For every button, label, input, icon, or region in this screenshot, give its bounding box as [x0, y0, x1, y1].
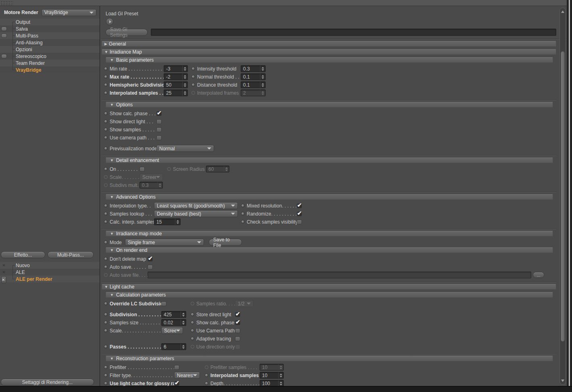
arrow-up-icon [159, 183, 161, 185]
sidebar-item-output[interactable]: Output [0, 19, 100, 25]
section-header-irradiance-map[interactable]: ▼Irradiance Map [102, 49, 556, 55]
randomize-checkbox[interactable]: ✔ [297, 212, 302, 216]
sidebar-item-multi-pass[interactable]: Multi-Pass [0, 32, 100, 39]
scale-select[interactable]: Screen [161, 327, 183, 334]
scrollbar[interactable] [560, 8, 566, 385]
section-divider [102, 192, 556, 193]
subsection-header-advanced-options[interactable]: ▼Advanced Options [106, 194, 553, 200]
show-direct-light-checkbox[interactable] [156, 119, 162, 124]
section-header-light-cache[interactable]: ▼Light cache [102, 284, 556, 290]
spinner-arrows-icon[interactable] [260, 74, 265, 80]
effect-item-ale[interactable]: ✕ALE [0, 269, 100, 276]
max-rate-spinner[interactable]: -2 [164, 73, 188, 80]
enable-toggle[interactable] [1, 33, 7, 38]
show-calc-phase-label: Show calc. phase . . . [110, 111, 156, 116]
intensity-threshold-spinner[interactable]: 0.3 [241, 65, 266, 72]
section-header-general[interactable]: ▶General [102, 41, 556, 47]
subsection-advanced-options: ▼Advanced OptionsInterpolation type. .Le… [102, 194, 558, 227]
mode-select[interactable]: Single frame [125, 239, 204, 246]
don-t-delete-map-checkbox[interactable]: ✔ [148, 257, 153, 261]
spinner-arrows-icon[interactable] [181, 344, 186, 350]
subsection-header-basic-parameters[interactable]: ▼Basic parameters [106, 57, 553, 63]
sidebar-item-salva[interactable]: Salva [0, 25, 100, 32]
gi-preset-menu-button[interactable] [106, 18, 113, 25]
interpolated-samples-spinner[interactable]: 25 [164, 89, 188, 96]
scrollbar-thumb[interactable] [561, 51, 565, 342]
panel-grip-icon[interactable] [1, 1, 13, 5]
scroll-up-button[interactable] [560, 9, 566, 15]
sidebar-item-team-render[interactable]: Team Render [0, 60, 100, 66]
distance-threshold-spinner[interactable]: 0.1 [241, 81, 266, 88]
sidebar-item-label: Salva [16, 26, 28, 32]
subsection-header-calculation-parameters[interactable]: ▼Calculation parameters [106, 292, 553, 298]
use-camera-path-checkbox[interactable] [156, 135, 162, 140]
spinner-arrows-icon[interactable] [182, 66, 187, 72]
check-samples-visibility-checkbox[interactable] [297, 220, 302, 224]
on-checkbox[interactable] [139, 167, 145, 172]
effect-item-nuovo[interactable]: ✕Nuovo [0, 262, 100, 269]
spinner-arrows-icon[interactable] [175, 219, 180, 225]
scroll-down-button[interactable] [560, 378, 566, 384]
spinner-arrows-icon[interactable] [181, 319, 186, 326]
show-calc-phase-checkbox[interactable]: ✔ [235, 320, 240, 325]
chevron-down-icon [156, 176, 160, 178]
interpolation-type-select[interactable]: Least squares fit (good/smooth) [154, 202, 238, 209]
calc-interp-samples-spinner[interactable]: 15 [154, 218, 181, 225]
spinner-arrows-icon[interactable] [278, 372, 283, 378]
sidebar-item-vraybridge[interactable]: VrayBridge [0, 66, 100, 73]
gi-settings-path-field[interactable] [151, 29, 556, 36]
effect-item-ale-per-render[interactable]: ✕ALE per Render [0, 276, 100, 282]
hemispheric-subdivision-spinner[interactable]: 50 [164, 81, 188, 88]
spinner-arrows-icon[interactable] [182, 74, 187, 80]
enable-toggle[interactable] [1, 27, 7, 31]
subsection-header-on-render-end[interactable]: ▼On render end [106, 247, 553, 253]
mixed-resolution-checkbox[interactable]: ✔ [297, 203, 302, 208]
show-samples-checkbox[interactable] [156, 127, 162, 132]
previsualization-mode-select[interactable]: Normal [156, 145, 214, 152]
render-settings-button[interactable]: Settaggi di Rendering... [1, 379, 94, 386]
spinner-arrows-icon[interactable] [182, 82, 187, 88]
min-rate-spinner[interactable]: -3 [164, 65, 188, 72]
chevron-down-icon [89, 12, 94, 14]
use-camera-path-checkbox[interactable] [235, 328, 240, 333]
subsection-header-reconstruction-parameters[interactable]: ▼Reconstruction parameters [106, 356, 553, 361]
passes-spinner[interactable]: 6 [161, 343, 186, 350]
sidebar-item-stereoscopico[interactable]: Stereoscopico [0, 53, 100, 60]
multipass-button[interactable]: Multi-Pass... [48, 251, 94, 258]
sidebar-item-opzioni[interactable]: Opzioni [0, 46, 100, 53]
interpolated-samples-spinner[interactable]: 10 [260, 372, 284, 379]
normal-threshold-spinner[interactable]: 0.1 [241, 73, 266, 80]
use-light-cache-for-glossy-rays-checkbox[interactable]: ✔ [174, 381, 179, 386]
prefilter-checkbox[interactable] [174, 365, 179, 370]
save-to-file-button[interactable]: Save to File [209, 239, 242, 246]
spinner-arrows-icon[interactable] [181, 311, 186, 317]
subsection-header-irradiance-map-mode[interactable]: ▼Irradiance map mode [106, 231, 553, 236]
sidebar-item-label: Anti-Aliasing [16, 40, 43, 46]
spinner-arrows-icon[interactable] [260, 66, 265, 72]
spinner-arrows-icon[interactable] [260, 82, 265, 88]
arrow-up-icon [280, 365, 282, 367]
sidebar-item-anti-aliasing[interactable]: Anti-Aliasing [0, 39, 100, 46]
subsection-header-detail-enhancement[interactable]: ▼Detail enhancement [106, 158, 553, 163]
subsection-header-options[interactable]: ▼Options [106, 102, 553, 108]
param-dot [191, 67, 195, 71]
spinner-arrows-icon[interactable] [278, 380, 283, 386]
adaptive-tracing-checkbox[interactable] [235, 336, 240, 341]
spinner-arrows-icon[interactable] [182, 90, 187, 96]
override-lc-subdivision-checkbox[interactable] [161, 301, 166, 306]
save-gi-settings-button[interactable]: Save Gi Settings [106, 29, 148, 36]
samples-lookup-select[interactable]: Density based (best) [154, 210, 238, 217]
samples-size-spinner[interactable]: 0.02 [161, 319, 186, 326]
store-direct-light-checkbox[interactable]: ✔ [235, 312, 240, 317]
depth-spinner[interactable]: 100 [260, 380, 284, 386]
render-engine-select[interactable]: VrayBridge [42, 9, 96, 16]
param-dot [104, 120, 108, 123]
subdivision-spinner[interactable]: 425 [161, 311, 186, 318]
enable-toggle[interactable] [1, 54, 7, 58]
effetto-button[interactable]: Effetto... [1, 251, 45, 258]
filter-type-select[interactable]: Nearest [174, 372, 200, 379]
show-calc-phase-checkbox[interactable]: ✔ [156, 111, 162, 116]
param-dot [191, 345, 194, 348]
item-button[interactable]: ... [533, 272, 544, 278]
auto-save-checkbox[interactable] [148, 265, 153, 270]
